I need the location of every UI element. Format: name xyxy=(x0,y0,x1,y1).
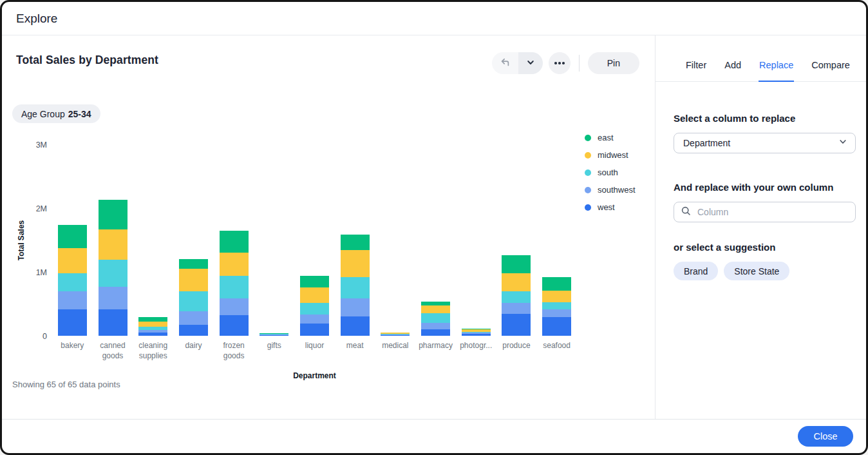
x-label-pharmacy: pharmacy xyxy=(415,341,456,361)
bar-segment-southwest-meat[interactable] xyxy=(341,298,370,316)
close-button[interactable]: Close xyxy=(798,426,853,447)
bar-segment-west-meat[interactable] xyxy=(341,316,370,336)
bar-segment-east-frozen-goods[interactable] xyxy=(220,231,249,253)
bar-slot-cleaning-supplies xyxy=(133,317,173,336)
bar-segment-south-seafood[interactable] xyxy=(542,302,571,309)
legend-item-southwest[interactable]: southwest xyxy=(585,185,636,195)
bar-segment-east-cleaning-supplies[interactable] xyxy=(138,317,167,322)
bar-segment-southwest-canned-goods[interactable] xyxy=(99,287,127,309)
bar-segment-southwest-dairy[interactable] xyxy=(179,311,208,325)
bar-segment-midwest-produce[interactable] xyxy=(502,273,531,291)
bar-segment-east-meat[interactable] xyxy=(341,235,370,250)
chart-panel: Total Sales by Department xyxy=(2,35,655,419)
bar-segment-south-dairy[interactable] xyxy=(179,291,208,311)
bar-segment-south-liquor[interactable] xyxy=(300,303,329,315)
bar-segment-east-canned-goods[interactable] xyxy=(99,200,127,229)
suggestion-chips: BrandStore State xyxy=(674,262,856,280)
bar-segment-west-medical[interactable] xyxy=(381,335,410,336)
legend-item-south[interactable]: south xyxy=(585,168,636,177)
bar-segment-south-meat[interactable] xyxy=(341,277,370,298)
bar-segment-east-seafood[interactable] xyxy=(542,277,571,291)
bar-segment-southwest-pharmacy[interactable] xyxy=(421,323,450,329)
legend-dot-east xyxy=(585,135,591,141)
more-options-button[interactable] xyxy=(549,52,571,74)
legend-dot-midwest xyxy=(585,152,591,159)
x-label-produce: produce xyxy=(496,341,537,361)
bar-slot-meat xyxy=(335,235,375,336)
pin-button[interactable]: Pin xyxy=(588,52,639,74)
legend-label-south: south xyxy=(598,168,618,177)
bar-segment-east-produce[interactable] xyxy=(502,255,531,273)
legend-item-midwest[interactable]: midwest xyxy=(585,150,636,160)
bar-segment-west-seafood[interactable] xyxy=(542,317,571,336)
bar-segment-east-dairy[interactable] xyxy=(179,259,208,269)
legend-item-east[interactable]: east xyxy=(585,133,636,142)
suggestion-chip-store-state[interactable]: Store State xyxy=(724,262,789,280)
tab-replace[interactable]: Replace xyxy=(759,60,794,82)
search-icon xyxy=(681,206,692,219)
legend-item-west[interactable]: west xyxy=(585,202,636,212)
bar-dairy xyxy=(179,259,208,336)
bar-segment-west-cleaning-supplies[interactable] xyxy=(138,333,167,336)
bar-slot-canned-goods xyxy=(93,200,133,336)
bar-segment-west-photogr[interactable] xyxy=(462,334,491,336)
tab-add[interactable]: Add xyxy=(724,60,742,82)
bar-segment-east-bakery[interactable] xyxy=(58,225,87,248)
bar-segment-south-canned-goods[interactable] xyxy=(99,260,127,287)
undo-history-dropdown-button[interactable] xyxy=(518,52,543,74)
bar-segment-west-produce[interactable] xyxy=(502,314,531,336)
bar-segment-midwest-cleaning-supplies[interactable] xyxy=(138,322,167,327)
bar-slot-produce xyxy=(496,255,537,336)
suggestion-chip-brand[interactable]: Brand xyxy=(674,262,718,280)
page-title: Explore xyxy=(16,12,57,26)
bar-segment-midwest-bakery[interactable] xyxy=(58,248,87,273)
bar-segment-west-canned-goods[interactable] xyxy=(99,309,127,336)
tab-compare[interactable]: Compare xyxy=(811,60,851,82)
legend-label-southwest: southwest xyxy=(598,185,636,195)
bar-segment-west-dairy[interactable] xyxy=(179,325,208,336)
bar-segment-southwest-seafood[interactable] xyxy=(542,309,571,317)
bar-segment-midwest-seafood[interactable] xyxy=(542,291,571,302)
bar-segment-southwest-frozen-goods[interactable] xyxy=(220,298,249,315)
bar-segment-west-bakery[interactable] xyxy=(58,309,87,336)
chart-legend: eastmidwestsouthsouthwestwest xyxy=(585,133,636,212)
bar-segment-southwest-liquor[interactable] xyxy=(300,315,329,324)
bar-segment-midwest-dairy[interactable] xyxy=(179,269,208,291)
chart-toolbar: Pin xyxy=(492,52,639,74)
bar-segment-west-frozen-goods[interactable] xyxy=(220,315,249,336)
x-label-dairy: dairy xyxy=(173,341,214,361)
bar-segment-south-bakery[interactable] xyxy=(58,273,87,291)
bar-segment-midwest-frozen-goods[interactable] xyxy=(220,253,249,276)
column-search-input[interactable] xyxy=(697,207,849,217)
bar-photogr xyxy=(462,329,491,336)
x-label-liquor: liquor xyxy=(294,341,335,361)
undo-button[interactable] xyxy=(492,52,518,74)
bar-segment-south-produce[interactable] xyxy=(502,291,531,303)
bar-segment-west-gifts[interactable] xyxy=(259,335,288,336)
bar-segment-west-pharmacy[interactable] xyxy=(421,329,450,336)
bar-segment-south-frozen-goods[interactable] xyxy=(220,276,249,298)
bar-segment-midwest-liquor[interactable] xyxy=(300,287,329,303)
bar-segment-midwest-meat[interactable] xyxy=(341,250,370,277)
replace-tab-content: Select a column to replace Department An… xyxy=(656,82,868,280)
legend-dot-south xyxy=(585,169,591,176)
filter-chip-age-group[interactable]: Age Group 25-34 xyxy=(12,104,100,123)
bar-segment-east-liquor[interactable] xyxy=(300,276,329,287)
bar-segment-southwest-produce[interactable] xyxy=(502,303,531,314)
column-to-replace-select[interactable]: Department xyxy=(674,133,856,153)
bar-canned-goods xyxy=(99,200,127,336)
x-label-meat: meat xyxy=(335,341,375,361)
filter-chip-label: Age Group xyxy=(21,109,65,119)
bar-slot-bakery xyxy=(52,225,93,336)
column-search-box xyxy=(674,202,856,222)
x-label-medical: medical xyxy=(375,341,416,361)
bar-segment-midwest-pharmacy[interactable] xyxy=(421,305,450,313)
bar-segment-south-pharmacy[interactable] xyxy=(421,313,450,323)
x-label-gifts: gifts xyxy=(254,341,294,361)
bar-segment-midwest-canned-goods[interactable] xyxy=(99,229,127,260)
tab-filter[interactable]: Filter xyxy=(685,60,707,82)
y-axis: 01M2M3M xyxy=(21,144,47,336)
bar-segment-southwest-bakery[interactable] xyxy=(58,291,87,309)
bar-segment-west-liquor[interactable] xyxy=(300,324,329,336)
bar-slot-frozen-goods xyxy=(214,231,254,336)
